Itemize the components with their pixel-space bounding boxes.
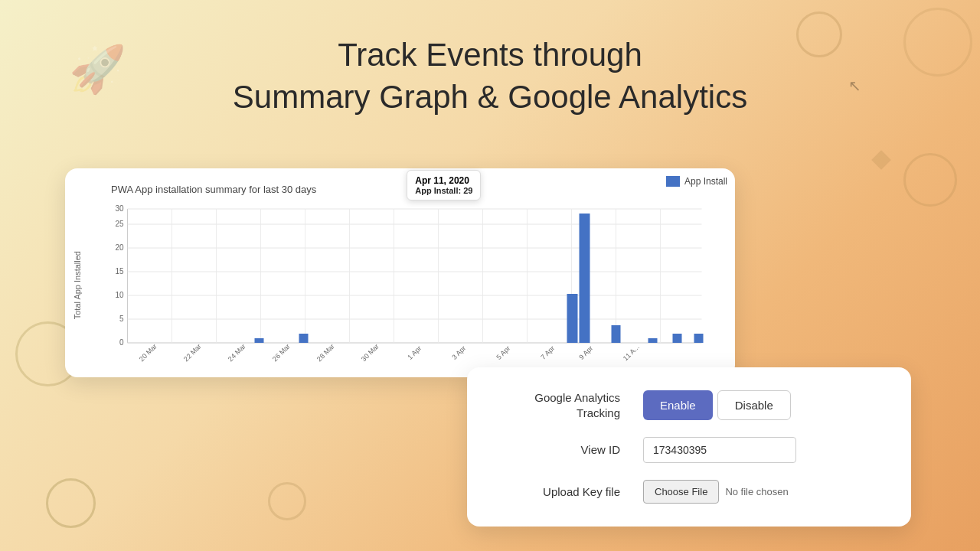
svg-rect-33 xyxy=(648,338,658,343)
tooltip-date: Apr 11, 2020 xyxy=(415,175,472,186)
svg-rect-31 xyxy=(580,214,590,343)
svg-text:30: 30 xyxy=(115,204,124,213)
chart-svg: 0 5 10 15 20 25 30 xyxy=(87,201,720,370)
svg-text:20: 20 xyxy=(115,243,124,252)
svg-text:26 Mar: 26 Mar xyxy=(271,342,292,363)
svg-text:1 Apr: 1 Apr xyxy=(406,344,423,361)
svg-text:10: 10 xyxy=(115,291,124,299)
svg-text:9 Apr: 9 Apr xyxy=(577,344,594,361)
upload-key-row: Upload Key file Choose File No file chos… xyxy=(498,480,880,504)
svg-text:5: 5 xyxy=(119,315,124,323)
svg-rect-28 xyxy=(255,338,264,343)
tooltip-label: App Install: xyxy=(415,186,461,195)
svg-rect-32 xyxy=(612,325,621,343)
svg-text:20 Mar: 20 Mar xyxy=(138,342,158,363)
svg-text:28 Mar: 28 Mar xyxy=(315,342,336,363)
circle-decoration-bm xyxy=(268,482,306,520)
svg-text:11 A...: 11 A... xyxy=(622,343,641,362)
tracking-row: Google Analytics Tracking Enable Disable xyxy=(498,390,880,420)
title-line2: Summary Graph & Google Analytics xyxy=(233,79,747,115)
page-title: Track Events through Summary Graph & Goo… xyxy=(0,0,980,118)
disable-button[interactable]: Disable xyxy=(717,390,791,420)
choose-file-button[interactable]: Choose File xyxy=(643,480,719,504)
title-line1: Track Events through xyxy=(338,37,642,73)
svg-rect-34 xyxy=(673,334,682,343)
upload-label: Upload Key file xyxy=(498,484,620,500)
toggle-group: Enable Disable xyxy=(643,390,791,420)
svg-text:24 Mar: 24 Mar xyxy=(227,342,247,363)
chart-card: PWA App installation summary for last 30… xyxy=(65,168,735,377)
svg-text:30 Mar: 30 Mar xyxy=(360,342,381,363)
svg-rect-35 xyxy=(694,334,704,343)
tooltip-number: 29 xyxy=(463,186,472,195)
chart-container: Total App Installed 0 5 10 15 20 xyxy=(73,201,720,370)
view-id-row: View ID xyxy=(498,437,880,463)
circle-decoration-bl xyxy=(46,478,96,528)
circle-decoration-mr xyxy=(903,153,957,207)
chart-legend: App Install xyxy=(666,176,727,187)
svg-rect-29 xyxy=(299,334,309,343)
legend-color-box xyxy=(666,176,680,187)
svg-rect-30 xyxy=(567,294,578,343)
view-id-label: View ID xyxy=(498,442,620,458)
analytics-card: Google Analytics Tracking Enable Disable… xyxy=(467,367,911,527)
diamond-decoration xyxy=(871,150,890,169)
y-axis-label: Total App Installed xyxy=(73,251,82,319)
svg-text:22 Mar: 22 Mar xyxy=(182,342,203,363)
tooltip-value: App Install: 29 xyxy=(415,186,472,195)
no-file-text: No file chosen xyxy=(725,486,788,497)
svg-text:0: 0 xyxy=(119,338,124,347)
tracking-label: Google Analytics Tracking xyxy=(498,390,620,420)
enable-button[interactable]: Enable xyxy=(643,390,713,420)
view-id-input[interactable] xyxy=(643,437,796,463)
svg-text:3 Apr: 3 Apr xyxy=(450,344,467,361)
svg-text:25: 25 xyxy=(115,220,124,228)
legend-label: App Install xyxy=(684,176,727,187)
file-upload-label: Choose File No file chosen xyxy=(643,480,789,504)
chart-area: 0 5 10 15 20 25 30 xyxy=(87,201,720,370)
chart-tooltip: Apr 11, 2020 App Install: 29 xyxy=(407,170,481,201)
svg-text:7 Apr: 7 Apr xyxy=(539,344,556,361)
svg-text:5 Apr: 5 Apr xyxy=(495,344,511,361)
svg-text:15: 15 xyxy=(115,267,124,276)
